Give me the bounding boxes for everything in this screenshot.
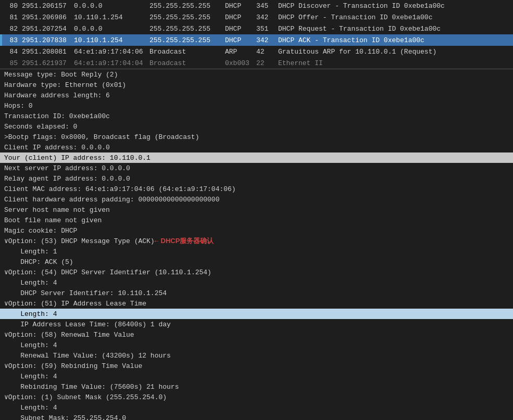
packet-row-82[interactable]: 82 2951.207254 0.0.0.0 255.255.255.255 D… [0, 23, 513, 34]
detail-line-33: Subnet Mask: 255.255.254.0 [0, 413, 513, 420]
detail-line-10: Relay agent IP address: 0.0.0.0 [0, 173, 513, 184]
detail-text: Length: 4 [20, 310, 57, 318]
detail-text: Relay agent IP address: 0.0.0.0 [4, 175, 130, 183]
col-dst: 255.255.255.255 [149, 14, 225, 21]
detail-panel: Message type: Boot Reply (2)Hardware typ… [0, 69, 513, 420]
detail-line-7: Client IP address: 0.0.0.0 [0, 142, 513, 152]
col-len: 42 [256, 48, 278, 56]
detail-line-19: ∨ Option: (54) DHCP Server Identifier (1… [0, 267, 513, 277]
detail-text: Hardware address length: 6 [4, 92, 110, 99]
expand-prefix[interactable]: ∨ [4, 330, 8, 339]
detail-text: Length: 1 [20, 248, 57, 256]
packet-row-84[interactable]: 84 2951.208081 64:e1:a9:17:04:06 Broadca… [0, 46, 513, 57]
detail-text: Hops: 0 [4, 102, 33, 110]
col-no: 82 [2, 25, 22, 33]
detail-line-30: Rebinding Time Value: (75600s) 21 hours [0, 381, 513, 392]
col-info: DHCP Offer - Transaction ID 0xebe1a00c [278, 14, 511, 21]
detail-line-11: Client MAC address: 64:e1:a9:17:04:06 (6… [0, 184, 513, 194]
detail-line-16: ∨ Option: (53) DHCP Message Type (ACK)←D… [0, 236, 513, 246]
col-no: 83 [2, 36, 22, 44]
detail-text: Server host name not given [4, 206, 110, 214]
row-marker [0, 34, 2, 46]
detail-text: Transaction ID: 0xebe1a00c [4, 112, 110, 120]
expand-prefix[interactable]: ∨ [4, 362, 8, 370]
col-src: 10.110.1.254 [74, 36, 149, 44]
col-src: 64:e1:a9:17:04:06 [74, 48, 149, 56]
detail-text: Message type: Boot Reply (2) [4, 71, 118, 79]
detail-line-9: Next server IP address: 0.0.0.0 [0, 163, 513, 173]
col-time: 2951.208081 [22, 48, 74, 56]
detail-text: Next server IP address: 0.0.0.0 [4, 164, 130, 172]
detail-text: DHCP Server Identifier: 10.110.1.254 [20, 289, 167, 297]
col-time: 2951.621937 [22, 59, 74, 67]
detail-line-2: Hardware address length: 6 [0, 90, 513, 100]
col-src: 10.110.1.254 [74, 14, 149, 21]
detail-line-20: Length: 4 [0, 277, 513, 288]
detail-text: Client hardware address padding: 0000000… [4, 196, 219, 203]
detail-text: Length: 4 [20, 373, 57, 380]
expand-prefix[interactable]: ∨ [4, 268, 8, 276]
detail-text: Option: (54) DHCP Server Identifier (10.… [8, 269, 211, 276]
detail-line-29: Length: 4 [0, 371, 513, 381]
col-dst: Broadcast [149, 59, 225, 67]
col-proto: DHCP [225, 25, 256, 33]
detail-line-4: Transaction ID: 0xebe1a00c [0, 111, 513, 121]
detail-line-3: Hops: 0 [0, 100, 513, 111]
detail-text: Magic cookie: DHCP [4, 227, 77, 235]
detail-line-6: > Bootp flags: 0x8000, Broadcast flag (B… [0, 132, 513, 142]
col-no: 80 [2, 2, 22, 10]
detail-line-25: ∨ Option: (58) Renewal Time Value [0, 329, 513, 340]
detail-text: Renewal Time Value: (43200s) 12 hours [20, 352, 171, 360]
col-dst: 255.255.255.255 [149, 36, 225, 44]
col-no: 81 [2, 14, 22, 21]
detail-text: Your (client) IP address: 10.110.0.1 [4, 154, 151, 162]
col-time: 2951.206986 [22, 14, 74, 21]
detail-text: Client IP address: 0.0.0.0 [4, 144, 110, 151]
col-dst: 255.255.255.255 [149, 25, 225, 33]
detail-line-18: DHCP: ACK (5) [0, 257, 513, 267]
expand-prefix[interactable]: ∨ [4, 237, 8, 245]
detail-text: Option: (59) Rebinding Time Value [8, 362, 142, 370]
detail-text: Length: 4 [20, 404, 57, 412]
expand-prefix[interactable]: ∨ [4, 393, 8, 401]
detail-text: Client MAC address: 64:e1:a9:17:04:06 (6… [4, 185, 236, 193]
detail-line-22: ∨ Option: (51) IP Address Lease Time [0, 298, 513, 309]
detail-text: Hardware type: Ethernet (0x01) [4, 81, 126, 89]
expand-prefix[interactable]: ∨ [4, 299, 8, 308]
col-len: 22 [256, 59, 278, 67]
col-proto: ARP [225, 48, 256, 56]
detail-text: Seconds elapsed: 0 [4, 123, 77, 131]
col-src: 0.0.0.0 [74, 2, 149, 10]
detail-line-13: Server host name not given [0, 205, 513, 215]
detail-line-21: DHCP Server Identifier: 10.110.1.254 [0, 288, 513, 298]
detail-text: IP Address Lease Time: (86400s) 1 day [20, 321, 171, 328]
col-src: 64:e1:a9:17:04:04 [74, 59, 149, 67]
packet-row-85[interactable]: 85 2951.621937 64:e1:a9:17:04:04 Broadca… [0, 57, 513, 69]
detail-line-28: ∨ Option: (59) Rebinding Time Value [0, 361, 513, 371]
detail-line-27: Renewal Time Value: (43200s) 12 hours [0, 350, 513, 361]
detail-text: Length: 4 [20, 341, 57, 349]
detail-text: Option: (53) DHCP Message Type (ACK) [8, 237, 155, 245]
detail-line-31: ∨ Option: (1) Subnet Mask (255.255.254.0… [0, 392, 513, 402]
packet-row-80[interactable]: 80 2951.206157 0.0.0.0 255.255.255.255 D… [0, 0, 513, 11]
col-dst: Broadcast [149, 48, 225, 56]
detail-text: Boot file name not given [4, 217, 102, 224]
col-dst: 255.255.255.255 [149, 2, 225, 10]
packet-row-81[interactable]: 81 2951.206986 10.110.1.254 255.255.255.… [0, 11, 513, 23]
detail-line-8: Your (client) IP address: 10.110.0.1 [0, 152, 513, 163]
col-info: DHCP Discover - Transaction ID 0xebe1a00… [278, 2, 511, 10]
col-len: 342 [256, 36, 278, 44]
detail-text: Option: (1) Subnet Mask (255.255.254.0) [8, 393, 167, 401]
detail-line-14: Boot file name not given [0, 215, 513, 225]
expand-prefix[interactable]: > [4, 133, 8, 141]
col-time: 2951.207838 [22, 36, 74, 44]
detail-line-24: IP Address Lease Time: (86400s) 1 day [0, 319, 513, 329]
detail-line-17: Length: 1 [0, 246, 513, 257]
col-info: DHCP ACK - Transaction ID 0xebe1a00c [278, 36, 511, 44]
detail-text: DHCP: ACK (5) [20, 258, 73, 266]
packet-row-83[interactable]: 83 2951.207838 10.110.1.254 255.255.255.… [0, 34, 513, 46]
annotation-arrow: ← [155, 237, 159, 245]
detail-line-26: Length: 4 [0, 340, 513, 350]
col-len: 342 [256, 14, 278, 21]
col-info: Ethernet II [278, 59, 511, 67]
